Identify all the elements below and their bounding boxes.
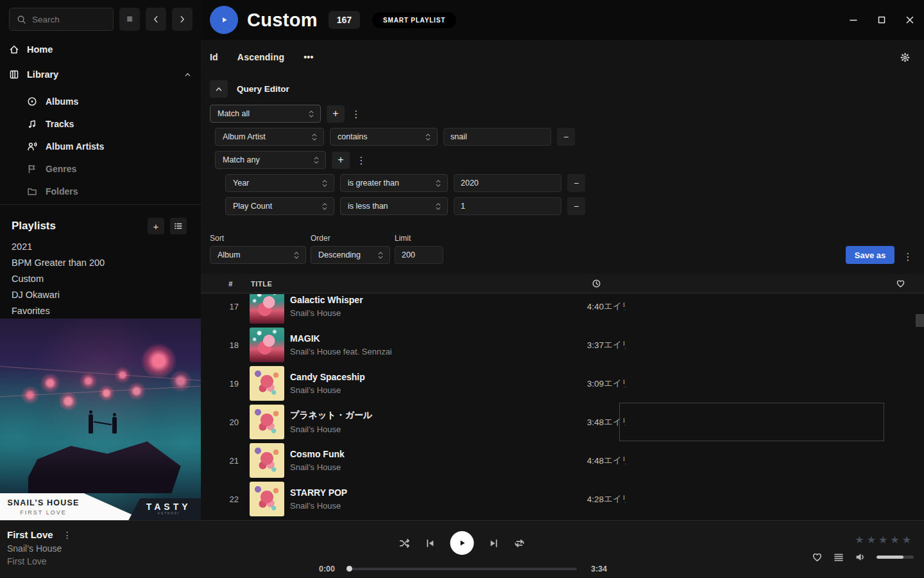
album-cover-thumbnail[interactable]: [250, 443, 284, 478]
album-cover-thumbnail[interactable]: [250, 328, 284, 362]
now-playing-title[interactable]: First Love: [7, 529, 53, 540]
track-album[interactable]: エイリアン☆ポップ II: [604, 493, 626, 505]
track-artist[interactable]: Snail’s House: [290, 462, 546, 472]
save-as-button[interactable]: Save as: [846, 246, 894, 264]
sort-field-button[interactable]: Id: [210, 52, 218, 62]
volume-slider[interactable]: [877, 556, 914, 559]
playlist-item[interactable]: 2021: [0, 238, 201, 254]
remove-rule-button[interactable]: −: [557, 128, 575, 146]
track-row[interactable]: 20 プラネット・ガール Snail’s House 3:48 エイリアン☆ポッ…: [201, 403, 924, 441]
now-playing-more-button[interactable]: ⋮: [63, 530, 72, 539]
sort-select[interactable]: Album: [210, 246, 306, 264]
track-artist[interactable]: Snail’s House: [290, 385, 546, 395]
group-match-type-select[interactable]: Match any: [215, 151, 326, 169]
root-more-button[interactable]: ⋮: [350, 109, 362, 119]
track-row[interactable]: 22 STARRY POP Snail’s House 4:28 エイリアン☆ポ…: [201, 480, 924, 518]
track-title[interactable]: Galactic Whisper: [290, 295, 546, 305]
play-pause-button[interactable]: [450, 531, 474, 555]
collapse-query-editor-button[interactable]: [210, 80, 228, 98]
track-album[interactable]: エイリアン☆ポップ II: [604, 416, 626, 428]
track-album[interactable]: エイリアン☆ポップ II: [604, 378, 626, 389]
column-index[interactable]: #: [201, 280, 239, 288]
album-cover-thumbnail[interactable]: [250, 482, 284, 516]
volume-button[interactable]: [855, 552, 866, 563]
track-album[interactable]: エイリアン☆ポップ III: [604, 301, 626, 312]
sidebar-item-albums[interactable]: Albums: [0, 90, 201, 112]
column-favorite[interactable]: [884, 279, 924, 288]
sort-direction-button[interactable]: Ascending: [237, 52, 284, 62]
nav-back-button[interactable]: [146, 8, 166, 31]
rule-field-select[interactable]: Play Count: [225, 197, 334, 215]
column-title[interactable]: TITLE: [239, 280, 284, 288]
album-cover-thumbnail[interactable]: [250, 294, 284, 324]
column-duration[interactable]: [546, 279, 604, 288]
playlist-item[interactable]: BPM Greater than 200: [0, 254, 201, 270]
previous-track-button[interactable]: [425, 538, 436, 548]
match-type-select[interactable]: Match all: [210, 105, 321, 123]
rule-operator-select[interactable]: is less than: [340, 197, 448, 215]
next-track-button[interactable]: [489, 538, 499, 548]
playlist-item[interactable]: Custom: [0, 270, 201, 286]
remove-rule-button[interactable]: −: [567, 174, 585, 192]
menu-button[interactable]: ≡: [119, 8, 140, 31]
rule-field-select[interactable]: Year: [225, 174, 334, 192]
close-button[interactable]: [905, 15, 915, 25]
rule-value-input[interactable]: [454, 197, 561, 215]
add-playlist-button[interactable]: +: [148, 218, 164, 234]
track-title[interactable]: MAGIK: [290, 333, 546, 344]
rating-stars[interactable]: ★★★★★: [855, 534, 914, 546]
album-cover-thumbnail[interactable]: [250, 366, 284, 401]
sidebar-item-library[interactable]: Library: [0, 67, 201, 82]
rule-operator-select[interactable]: contains: [330, 128, 438, 146]
seek-track[interactable]: [346, 568, 577, 570]
chevron-up-icon[interactable]: [184, 71, 192, 79]
rule-value-input[interactable]: [443, 128, 551, 146]
group-more-button[interactable]: ⋮: [355, 155, 367, 165]
sidebar-item-tracks[interactable]: Tracks: [0, 112, 201, 135]
track-row[interactable]: 21 Cosmo Funk Snail’s House 4:48 エイリアン☆ポ…: [201, 441, 924, 480]
sidebar-item-genres[interactable]: Genres: [0, 157, 201, 180]
play-playlist-button[interactable]: [210, 6, 238, 34]
limit-input[interactable]: [395, 246, 443, 264]
maximize-button[interactable]: [877, 15, 887, 25]
track-title[interactable]: STARRY POP: [290, 487, 546, 498]
track-row[interactable]: 19 Candy Spaceship Snail’s House 3:09 エイ…: [201, 364, 924, 403]
rule-operator-select[interactable]: is greater than: [340, 174, 448, 192]
search-box[interactable]: [9, 8, 114, 31]
add-rule-button[interactable]: +: [327, 105, 345, 123]
rule-field-select[interactable]: Album Artist: [215, 128, 324, 146]
track-artist[interactable]: Snail’s House feat. Sennzai: [290, 347, 546, 356]
repeat-button[interactable]: [514, 538, 526, 549]
track-title[interactable]: Cosmo Funk: [290, 449, 546, 459]
manage-playlists-button[interactable]: [170, 218, 187, 234]
sidebar-item-home[interactable]: Home: [0, 42, 201, 57]
favorite-button[interactable]: [812, 552, 823, 563]
group-add-rule-button[interactable]: +: [332, 152, 350, 169]
track-artist[interactable]: Snail’s House: [290, 425, 546, 434]
queue-button[interactable]: [834, 552, 844, 563]
track-album[interactable]: エイリアン☆ポップ III: [604, 339, 626, 351]
remove-rule-button[interactable]: −: [567, 197, 585, 215]
playlist-item[interactable]: DJ Okawari: [0, 286, 201, 302]
toolbar-more-button[interactable]: •••: [304, 52, 313, 62]
track-row[interactable]: 17 Galactic Whisper Snail’s House 4:40 エ…: [201, 294, 924, 326]
track-album[interactable]: エイリアン☆ポップ II: [604, 455, 626, 466]
track-table-header[interactable]: # TITLE: [201, 274, 924, 293]
track-title[interactable]: Candy Spaceship: [290, 372, 546, 382]
track-artist[interactable]: Snail’s House: [290, 501, 546, 511]
now-playing-art[interactable]: SNAIL’S HOUSE FIRST LOVE TASTY ASTNNXI: [0, 319, 201, 520]
save-more-button[interactable]: ⋮: [902, 252, 914, 261]
sidebar-item-album-artists[interactable]: Album Artists: [0, 135, 201, 157]
track-artist[interactable]: Snail’s House: [290, 308, 546, 318]
scrollbar-thumb[interactable]: [916, 314, 924, 327]
rule-value-input[interactable]: [454, 174, 561, 192]
settings-button[interactable]: [900, 53, 910, 62]
now-playing-artist[interactable]: Snail’s House: [7, 543, 72, 554]
order-select[interactable]: Descending: [311, 246, 390, 264]
playlist-item[interactable]: Favorites: [0, 302, 201, 319]
shuffle-button[interactable]: [399, 538, 411, 549]
album-cover-thumbnail[interactable]: [250, 405, 284, 439]
track-row[interactable]: 18 MAGIK Snail’s House feat. Sennzai 3:3…: [201, 326, 924, 364]
minimize-button[interactable]: [848, 15, 859, 25]
seek-thumb[interactable]: [346, 566, 352, 572]
